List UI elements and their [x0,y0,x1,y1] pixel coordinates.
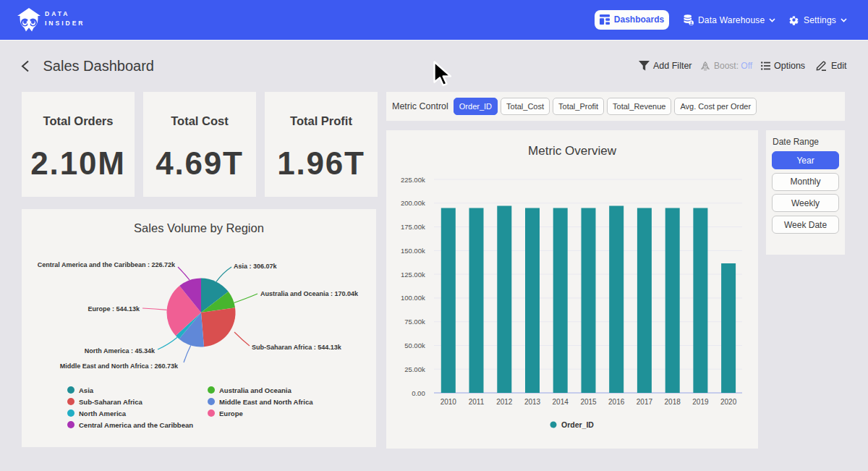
svg-text:Sales Volume by Region: Sales Volume by Region [134,221,264,234]
svg-text:25.00k: 25.00k [404,365,425,373]
svg-text:2014: 2014 [553,398,569,406]
svg-text:150.00k: 150.00k [401,247,425,255]
svg-text:2015: 2015 [580,398,597,406]
svg-text:Order_ID: Order_ID [561,420,594,429]
svg-text:2019: 2019 [692,398,709,406]
svg-text:Australia and Oceania: Australia and Oceania [219,386,292,394]
svg-text:175.00k: 175.00k [401,223,425,231]
svg-text:2011: 2011 [469,398,485,406]
svg-text:2013: 2013 [524,398,541,406]
svg-text:2018: 2018 [665,398,681,406]
svg-text:225.00k: 225.00k [401,176,425,184]
svg-text:2017: 2017 [637,398,653,406]
svg-text:2010: 2010 [441,398,457,406]
svg-text:Asia: Asia [79,386,94,394]
svg-text:Middle East and North Africa: Middle East and North Africa [219,398,313,406]
svg-text:50.00k: 50.00k [404,341,425,349]
svg-text:Central America and the Caribb: Central America and the Caribbean [79,421,193,429]
svg-text:North America: North America [79,410,127,417]
svg-text:Central America and the Caribb: Central America and the Caribbean : 226.… [38,261,176,268]
svg-text:Sub-Saharan Africa : 544.13k: Sub-Saharan Africa : 544.13k [252,344,342,351]
svg-text:100.00k: 100.00k [401,294,425,302]
svg-text:Europe : 544.13k: Europe : 544.13k [88,305,140,313]
svg-text:200.00k: 200.00k [401,199,425,207]
svg-text:75.00k: 75.00k [404,318,425,326]
svg-text:Australia and Oceania : 170.04: Australia and Oceania : 170.04k [260,290,359,297]
svg-text:North America : 45.34k: North America : 45.34k [85,347,156,355]
svg-text:Asia : 306.07k: Asia : 306.07k [234,263,278,270]
svg-text:2020: 2020 [720,398,737,406]
svg-text:2016: 2016 [608,398,625,406]
svg-text:Metric Overview: Metric Overview [528,144,617,158]
svg-text:0.00: 0.00 [412,389,425,397]
svg-text:125.00k: 125.00k [401,271,425,279]
svg-text:2012: 2012 [496,398,513,406]
svg-text:Middle East and North Africa :: Middle East and North Africa : 260.73k [60,362,179,370]
svg-text:Europe: Europe [219,410,243,417]
svg-text:Sub-Saharan Africa: Sub-Saharan Africa [79,398,143,406]
